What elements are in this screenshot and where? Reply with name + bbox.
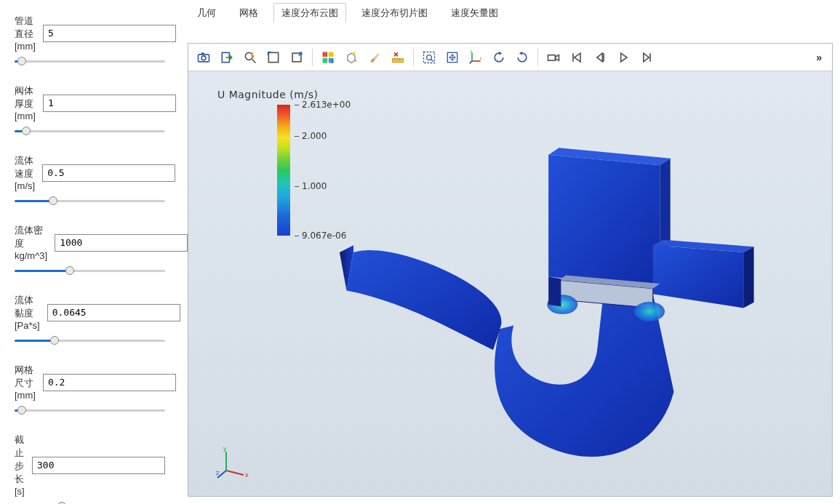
tab-3[interactable]: 速度分布切片图 xyxy=(353,3,436,23)
param-slider-4[interactable] xyxy=(15,335,165,345)
svg-text:z: z xyxy=(216,469,220,476)
svg-rect-13 xyxy=(393,58,404,62)
param-label: 截止步长[s] xyxy=(15,433,25,497)
param-input-1[interactable] xyxy=(43,95,176,112)
param-label: 网格尺寸[mm] xyxy=(15,364,36,401)
tab-0[interactable]: 几何 xyxy=(189,3,224,23)
param-input-5[interactable] xyxy=(43,374,176,391)
param-slider-5[interactable] xyxy=(15,405,165,415)
rotate-ccw-icon[interactable] xyxy=(488,47,510,68)
param-label: 流体速度[m/s] xyxy=(15,154,35,191)
export-icon[interactable] xyxy=(216,47,238,68)
param-slider-0[interactable] xyxy=(15,56,165,66)
video-camera-icon[interactable] xyxy=(543,47,564,68)
ruler-x-icon[interactable] xyxy=(387,47,409,68)
svg-rect-6 xyxy=(268,52,278,62)
svg-line-32 xyxy=(226,471,244,475)
fit-window-icon[interactable] xyxy=(286,47,308,68)
axes-triad: x y z xyxy=(216,446,249,481)
color-cubes-icon[interactable] xyxy=(317,47,339,68)
step-back-icon[interactable] xyxy=(589,47,611,68)
param-slider-2[interactable] xyxy=(15,196,165,206)
legend-tick: 2.000 xyxy=(295,131,327,141)
svg-point-1 xyxy=(201,55,206,60)
legend-tick: 2.613e+00 xyxy=(295,100,351,110)
param-input-0[interactable] xyxy=(43,25,176,42)
step-forward-icon[interactable] xyxy=(636,47,657,68)
param-slider-1[interactable] xyxy=(15,126,165,136)
parameter-sidebar: 管道直径[mm]阀体厚度[mm]流体速度[m/s]流体密度kg/m^3]流体黏度… xyxy=(0,0,180,504)
svg-line-23 xyxy=(470,61,472,63)
svg-rect-8 xyxy=(323,52,328,57)
zoom-lightning-icon[interactable] xyxy=(239,47,261,68)
toolbar-separator xyxy=(537,49,538,66)
param-slider-6[interactable] xyxy=(15,501,165,504)
param-input-6[interactable] xyxy=(32,457,165,474)
svg-point-31 xyxy=(634,302,665,321)
tab-bar: 几何网格速度分布云图速度分布切片图速度矢量图 xyxy=(180,0,840,23)
viewer-3d[interactable]: yx» xyxy=(188,43,833,497)
viewer-toolbar: yx» xyxy=(188,44,832,71)
tab-4[interactable]: 速度矢量图 xyxy=(443,3,506,23)
play-icon[interactable] xyxy=(612,47,634,68)
param-label: 阀体厚度[mm] xyxy=(15,84,36,121)
box-light-icon[interactable] xyxy=(340,47,362,68)
svg-rect-26 xyxy=(548,55,556,60)
svg-point-12 xyxy=(352,52,355,55)
skip-start-icon[interactable] xyxy=(566,47,588,68)
pan-icon[interactable] xyxy=(441,47,463,68)
select-box-icon[interactable] xyxy=(263,47,284,68)
param-slider-3[interactable] xyxy=(15,265,165,276)
tab-1[interactable]: 网格 xyxy=(231,3,266,23)
svg-point-18 xyxy=(427,55,432,60)
param-label: 流体密度kg/m^3] xyxy=(15,224,47,261)
svg-rect-10 xyxy=(323,57,328,63)
param-input-3[interactable] xyxy=(55,234,188,252)
svg-text:x: x xyxy=(480,56,482,60)
svg-rect-9 xyxy=(329,52,334,57)
camera-icon[interactable] xyxy=(193,47,215,68)
param-label: 管道直径[mm] xyxy=(15,15,36,52)
param-label: 流体黏度[Pa*s] xyxy=(15,294,40,331)
main-area: 几何网格速度分布云图速度分布切片图速度矢量图 yx» xyxy=(180,0,840,504)
rotate-cw-icon[interactable] xyxy=(511,47,533,68)
toolbar-separator xyxy=(413,49,414,66)
legend-tick: 9.067e-06 xyxy=(295,231,346,241)
param-input-4[interactable] xyxy=(47,304,180,321)
svg-rect-2 xyxy=(201,52,204,55)
legend-tick: 1.000 xyxy=(295,181,327,191)
legend-title: U Magnitude (m/s) xyxy=(217,89,353,100)
brush-icon[interactable] xyxy=(364,47,385,68)
svg-text:x: x xyxy=(245,471,249,479)
tab-2[interactable]: 速度分布云图 xyxy=(273,3,346,23)
toolbar-separator xyxy=(312,49,313,66)
svg-line-19 xyxy=(431,59,433,61)
color-legend: U Magnitude (m/s) 2.613e+002.0001.0009.0… xyxy=(217,89,353,236)
marquee-zoom-icon[interactable] xyxy=(418,47,440,68)
svg-point-4 xyxy=(245,52,252,60)
legend-color-bar xyxy=(277,105,290,236)
param-input-2[interactable] xyxy=(42,164,175,182)
axes-icon[interactable]: yx xyxy=(465,47,487,68)
toolbar-overflow[interactable]: » xyxy=(810,52,828,63)
svg-text:y: y xyxy=(223,446,227,452)
